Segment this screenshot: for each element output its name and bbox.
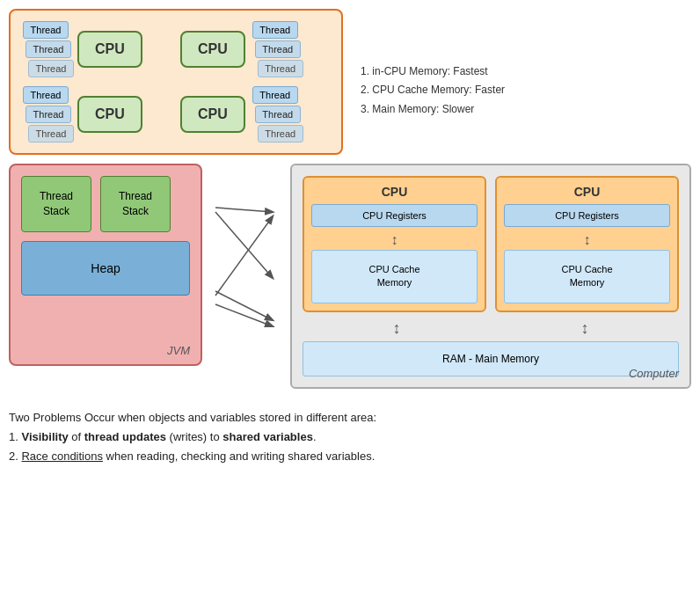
- thread-stack-left-2: Thread Thread Thread: [21, 86, 74, 143]
- memory-legend: 1. in-CPU Memory: Fastest 2. CPU Cache M…: [352, 62, 505, 120]
- computer-cpus: CPU CPU Registers ↕ CPU CacheMemory CPU …: [303, 176, 679, 312]
- thread-stack-left-1: Thread Thread Thread: [21, 21, 74, 77]
- arrow-down-2: ↕: [581, 319, 589, 338]
- arrow-down-1: ↕: [393, 319, 401, 338]
- thread-stack-right-2: Thread Thread Thread: [251, 86, 303, 143]
- thread-box: Thread: [28, 125, 74, 143]
- bottom-section: ThreadStack ThreadStack Heap JVM: [9, 164, 691, 389]
- cpu-registers-1: CPU Registers: [311, 204, 478, 227]
- cpu-box-3: CPU: [77, 96, 142, 133]
- cpu-box-1: CPU: [77, 31, 142, 68]
- arrows-svg: [211, 164, 281, 366]
- cpu-box-2: CPU: [180, 31, 245, 68]
- cpu-registers-2: CPU Registers: [504, 204, 670, 227]
- svg-line-2: [215, 216, 273, 296]
- comp-cpu-box-1: CPU CPU Registers ↕ CPU CacheMemory: [303, 176, 486, 312]
- thread-box: Thread: [23, 86, 69, 104]
- thread-stack-box-2: ThreadStack: [100, 176, 171, 232]
- thread-box: Thread: [26, 40, 71, 58]
- main-container: Thread Thread Thread CPU CPU Thread Thre…: [9, 9, 691, 466]
- desc-line3-suffix: when reading, checking and writing share…: [103, 449, 375, 463]
- desc-line2-prefix: 1.: [9, 430, 21, 443]
- computer-box: CPU CPU Registers ↕ CPU CacheMemory CPU …: [290, 164, 691, 389]
- desc-line2-middle: of: [69, 430, 84, 443]
- svg-line-0: [215, 208, 273, 212]
- cpu-box-4: CPU: [180, 96, 245, 133]
- cpu-cell-3: Thread Thread Thread CPU: [21, 86, 171, 143]
- thread-stack-right-1: Thread Thread Thread: [251, 21, 303, 77]
- comp-cpu-label-1: CPU: [311, 185, 478, 199]
- desc-line2: 1. Visibility of thread updates (writes)…: [9, 428, 691, 447]
- computer-label: Computer: [629, 367, 679, 380]
- cpu-cache-2: CPU CacheMemory: [504, 250, 670, 303]
- desc-line3: 2. Race conditions when reading, checkin…: [9, 447, 691, 466]
- heap-box: Heap: [21, 241, 190, 296]
- thread-box: Thread: [258, 125, 303, 143]
- desc-line2-suffix-middle: (writes) to: [166, 430, 222, 443]
- desc-line2-bold3: shared variables: [222, 430, 313, 443]
- cpu-cache-1: CPU CacheMemory: [311, 250, 478, 303]
- thread-box: Thread: [23, 21, 69, 39]
- ram-box: RAM - Main Memory: [303, 341, 679, 376]
- cpu-cell-4: CPU Thread Thread Thread: [180, 86, 331, 143]
- thread-box: Thread: [28, 60, 74, 77]
- legend-item-3: 3. Main Memory: Slower: [361, 100, 505, 120]
- svg-line-1: [215, 212, 273, 278]
- top-section: Thread Thread Thread CPU CPU Thread Thre…: [9, 9, 691, 155]
- arrow-updown-1: ↕: [311, 232, 478, 248]
- arrows-container: [211, 164, 281, 369]
- cpu-cluster: Thread Thread Thread CPU CPU Thread Thre…: [9, 9, 343, 155]
- jvm-box: ThreadStack ThreadStack Heap JVM: [9, 164, 202, 366]
- description: Two Problems Occur when objects and vari…: [9, 408, 691, 466]
- desc-line1: Two Problems Occur when objects and vari…: [9, 408, 691, 428]
- jvm-label: JVM: [167, 344, 190, 357]
- thread-box: Thread: [255, 106, 301, 123]
- thread-box: Thread: [252, 86, 298, 104]
- thread-box: Thread: [258, 60, 303, 77]
- jvm-stacks: ThreadStack ThreadStack: [21, 176, 190, 232]
- cpu-cell-2: CPU Thread Thread Thread: [180, 21, 331, 77]
- desc-line2-end: .: [313, 430, 317, 443]
- cpu-cell-1: Thread Thread Thread CPU: [21, 21, 171, 77]
- thread-box: Thread: [255, 40, 301, 58]
- arrow-updown-2: ↕: [504, 232, 670, 248]
- desc-line3-prefix: 2.: [9, 449, 21, 463]
- thread-box: Thread: [252, 21, 298, 39]
- desc-line2-bold2: thread updates: [84, 430, 166, 443]
- comp-cpu-label-2: CPU: [504, 185, 670, 199]
- thread-stack-box-1: ThreadStack: [21, 176, 91, 232]
- comp-cpu-box-2: CPU CPU Registers ↕ CPU CacheMemory: [495, 176, 679, 312]
- legend-item-1: 1. in-CPU Memory: Fastest: [361, 62, 505, 82]
- desc-line3-underline: Race conditions: [21, 449, 103, 463]
- legend-item-2: 2. CPU Cache Memory: Faster: [361, 81, 505, 100]
- desc-line2-bold1: Visibility: [21, 430, 68, 443]
- cache-ram-arrows: ↕ ↕: [303, 319, 679, 338]
- thread-box: Thread: [26, 106, 71, 123]
